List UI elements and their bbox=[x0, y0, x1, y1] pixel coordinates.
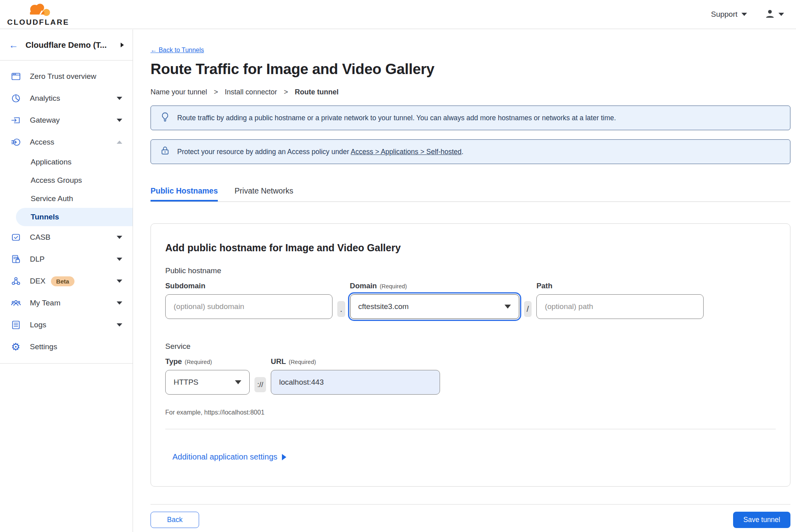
tab-private-networks[interactable]: Private Networks bbox=[235, 186, 293, 201]
path-input[interactable] bbox=[536, 294, 704, 319]
url-required-note: (Required) bbox=[289, 359, 316, 365]
chevron-down-icon bbox=[235, 380, 241, 384]
access-applications-self-hosted-link[interactable]: Access > Applications > Self-hosted bbox=[351, 148, 462, 156]
url-example-hint: For example, https://localhost:8001 bbox=[165, 409, 776, 416]
cloudflare-logo[interactable]: CLOUDFLARE bbox=[7, 3, 69, 26]
top-bar: CLOUDFLARE Support bbox=[0, 0, 796, 29]
sidebar-nav: Zero Trust overview Analytics Gateway bbox=[0, 61, 133, 364]
footer-actions: Back Save tunnel bbox=[151, 512, 790, 528]
info-banner-route-traffic: Route traffic by adding a public hostnam… bbox=[151, 106, 790, 130]
sidebar-item-gateway[interactable]: Gateway bbox=[0, 109, 133, 131]
dex-nodes-icon bbox=[10, 276, 21, 286]
chevron-down-icon bbox=[117, 97, 122, 100]
domain-select-value: cftestsite3.com bbox=[358, 302, 409, 311]
domain-label: Domain bbox=[350, 282, 377, 290]
step-install-connector[interactable]: Install connector bbox=[225, 88, 277, 96]
sidebar-item-tunnels[interactable]: Tunnels bbox=[16, 208, 133, 226]
chevron-down-icon bbox=[117, 323, 122, 327]
service-type-select[interactable]: HTTPS bbox=[165, 370, 250, 395]
card-divider bbox=[165, 429, 776, 429]
sidebar-item-settings[interactable]: ⚙ Settings bbox=[0, 336, 133, 358]
cloudflare-cloud-icon bbox=[24, 3, 53, 18]
sidebar-item-dex[interactable]: DEXBeta bbox=[0, 270, 133, 292]
lock-icon bbox=[160, 145, 170, 158]
lightbulb-icon bbox=[160, 111, 170, 124]
dot-separator: . bbox=[337, 301, 345, 317]
access-icon bbox=[10, 137, 21, 147]
step-separator: > bbox=[214, 88, 218, 96]
team-icon bbox=[10, 298, 21, 308]
banner-text: Protect your resource by adding an Acces… bbox=[177, 148, 464, 156]
user-menu[interactable] bbox=[765, 8, 784, 21]
back-button[interactable]: Back bbox=[151, 512, 199, 528]
dot-separator-wrap: . bbox=[332, 297, 350, 321]
sidebar-item-applications[interactable]: Applications bbox=[0, 153, 133, 171]
sidebar-item-logs[interactable]: Logs bbox=[0, 314, 133, 336]
account-name: Cloudflare Demo (T... bbox=[25, 40, 113, 50]
public-hostname-section-label: Public hostname bbox=[165, 266, 776, 275]
service-url-input[interactable] bbox=[271, 370, 440, 395]
card-title: Add public hostname for Image and Video … bbox=[165, 242, 776, 254]
domain-required-note: (Required) bbox=[379, 283, 407, 289]
sidebar-item-dlp[interactable]: DLP bbox=[0, 248, 133, 270]
tab-bar: Public Hostnames Private Networks bbox=[151, 186, 790, 202]
page-title: Route Traffic for Image and Video Galler… bbox=[151, 61, 790, 78]
user-icon bbox=[765, 8, 775, 21]
chevron-down-icon bbox=[778, 13, 784, 16]
footer-divider bbox=[151, 504, 790, 505]
chevron-down-icon bbox=[505, 305, 511, 309]
service-section-label: Service bbox=[165, 342, 776, 351]
support-menu[interactable]: Support bbox=[711, 10, 747, 19]
sidebar: ← Cloudflare Demo (T... Zero Trust overv… bbox=[0, 29, 133, 532]
banner-text: Route traffic by adding a public hostnam… bbox=[177, 114, 616, 122]
hostname-field-row: Subdomain . Domain(Required) cftestsite3… bbox=[165, 282, 776, 321]
sidebar-item-my-team[interactable]: My Team bbox=[0, 292, 133, 314]
subdomain-input[interactable] bbox=[165, 294, 332, 319]
slash-separator-wrap: / bbox=[519, 297, 537, 321]
casb-check-icon bbox=[10, 232, 21, 243]
step-name-your-tunnel[interactable]: Name your tunnel bbox=[151, 88, 207, 96]
sidebar-item-analytics[interactable]: Analytics bbox=[0, 87, 133, 109]
public-hostname-card: Add public hostname for Image and Video … bbox=[151, 223, 790, 487]
logs-icon bbox=[10, 320, 21, 330]
save-tunnel-button[interactable]: Save tunnel bbox=[733, 512, 790, 528]
back-arrow-icon[interactable]: ← bbox=[9, 40, 18, 50]
pie-chart-icon bbox=[10, 93, 21, 104]
document-lock-icon bbox=[10, 254, 21, 264]
type-label: Type bbox=[165, 357, 182, 366]
sidebar-item-zero-trust-overview[interactable]: Zero Trust overview bbox=[0, 65, 133, 87]
scheme-separator: :// bbox=[254, 377, 266, 392]
url-label: URL bbox=[271, 357, 286, 366]
cloudflare-wordmark: CLOUDFLARE bbox=[7, 18, 69, 26]
sidebar-divider bbox=[0, 363, 133, 364]
window-icon bbox=[10, 71, 21, 82]
gear-icon: ⚙ bbox=[10, 342, 21, 352]
slash-separator: / bbox=[524, 301, 532, 317]
service-field-row: Type(Required) HTTPS :// URL(Required) bbox=[165, 357, 776, 397]
tab-public-hostnames[interactable]: Public Hostnames bbox=[151, 186, 218, 201]
sidebar-item-access-groups[interactable]: Access Groups bbox=[0, 171, 133, 190]
gateway-icon bbox=[10, 115, 21, 125]
step-route-tunnel: Route tunnel bbox=[295, 88, 338, 96]
support-label: Support bbox=[711, 10, 737, 19]
sidebar-item-service-auth[interactable]: Service Auth bbox=[0, 190, 133, 208]
chevron-down-icon bbox=[117, 258, 122, 261]
service-type-value: HTTPS bbox=[174, 378, 198, 387]
sidebar-item-access[interactable]: Access bbox=[0, 131, 133, 153]
step-separator: > bbox=[284, 88, 288, 96]
chevron-right-icon bbox=[282, 454, 286, 460]
wizard-steps: Name your tunnel > Install connector > R… bbox=[151, 88, 790, 96]
account-switcher[interactable]: ← Cloudflare Demo (T... bbox=[0, 29, 133, 61]
chevron-up-icon bbox=[117, 141, 122, 144]
additional-application-settings-toggle[interactable]: Additional application settings bbox=[172, 452, 286, 462]
chevron-down-icon bbox=[117, 280, 122, 283]
back-to-tunnels-link[interactable]: ← Back to Tunnels bbox=[151, 47, 204, 54]
info-banner-access-policy: Protect your resource by adding an Acces… bbox=[151, 139, 790, 164]
path-label: Path bbox=[536, 282, 704, 290]
subdomain-label: Subdomain bbox=[165, 282, 332, 290]
chevron-down-icon bbox=[117, 236, 122, 239]
chevron-right-icon bbox=[121, 43, 124, 47]
main-content: ← Back to Tunnels Route Traffic for Imag… bbox=[133, 29, 796, 528]
sidebar-item-casb[interactable]: CASB bbox=[0, 226, 133, 248]
domain-select[interactable]: cftestsite3.com bbox=[350, 294, 519, 319]
